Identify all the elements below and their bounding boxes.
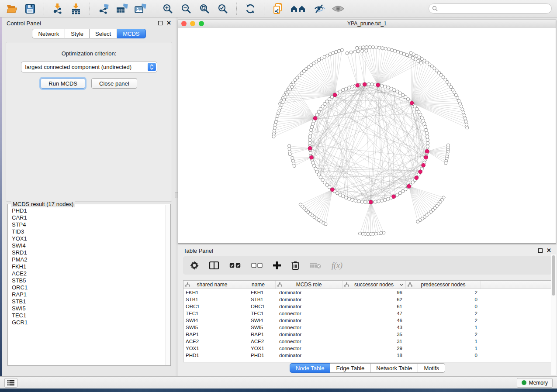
graph-leaf-node[interactable] (335, 50, 338, 53)
copy-network-icon[interactable] (271, 3, 284, 15)
graph-hub-node[interactable] (415, 176, 419, 180)
table-cell[interactable]: ORC1 (183, 304, 241, 309)
graph-leaf-node[interactable] (465, 123, 468, 126)
graph-node[interactable] (351, 85, 354, 88)
column-header-predecessor-nodes[interactable]: predecessor nodes (406, 281, 481, 289)
graph-node[interactable] (308, 138, 311, 142)
graph-node[interactable] (370, 83, 374, 86)
graph-leaf-node[interactable] (274, 123, 277, 126)
graph-node[interactable] (423, 122, 426, 126)
graph-node[interactable] (426, 135, 429, 138)
table-cell[interactable]: 47 (343, 311, 406, 316)
tab-motifs[interactable]: Motifs (418, 363, 445, 373)
graph-leaf-node[interactable] (402, 52, 405, 55)
graph-leaf-node[interactable] (368, 45, 371, 48)
graph-leaf-node[interactable] (459, 102, 462, 105)
graph-node[interactable] (348, 197, 351, 201)
mcds-result-item[interactable]: TEC1 (12, 312, 170, 319)
tab-select[interactable]: Select (90, 29, 117, 38)
graph-node[interactable] (345, 87, 348, 90)
table-cell[interactable]: 96 (343, 290, 406, 295)
tab-network[interactable]: Network (32, 29, 65, 38)
graph-node[interactable] (310, 125, 314, 129)
table-cell[interactable]: dominator (276, 332, 343, 337)
import-network-icon[interactable] (51, 3, 64, 15)
table-cell[interactable]: connector (276, 346, 343, 351)
table-cell[interactable]: SWI4 (183, 318, 241, 323)
table-cell[interactable]: connector (276, 311, 343, 316)
mcds-result-item[interactable]: STP4 (12, 221, 170, 228)
graph-leaf-node[interactable] (397, 50, 400, 53)
graph-leaf-node[interactable] (337, 49, 340, 52)
table-cell[interactable]: 31 (343, 339, 406, 344)
graph-node[interactable] (426, 145, 429, 148)
close-panel-icon[interactable]: ✕ (166, 21, 171, 25)
graph-node[interactable] (309, 132, 312, 135)
graph-hub-node[interactable] (331, 188, 335, 192)
mcds-result-item[interactable]: ACE2 (12, 270, 170, 277)
table-row[interactable]: ORC1ORC1dominator610 (183, 303, 551, 310)
graph-node[interactable] (425, 132, 429, 135)
graph-hub-node[interactable] (410, 101, 414, 105)
tab-edge-table[interactable]: Edge Table (330, 363, 370, 373)
split-columns-icon[interactable] (209, 261, 219, 269)
graph-hub-node[interactable] (310, 155, 314, 159)
column-header-successor-nodes[interactable]: successor nodes (343, 281, 406, 289)
table-cell[interactable]: 1 (406, 339, 481, 344)
table-cell[interactable]: 62 (343, 297, 406, 302)
graph-leaf-node[interactable] (299, 203, 302, 206)
graph-hub-node[interactable] (308, 146, 312, 150)
column-header-MCDS-role[interactable]: MCDS role (276, 281, 343, 289)
graph-leaf-node[interactable] (274, 120, 277, 124)
table-cell[interactable]: 46 (343, 318, 406, 323)
graph-hub-node[interactable] (419, 170, 422, 174)
mcds-result-item[interactable]: SRD1 (12, 249, 170, 256)
graph-leaf-node[interactable] (291, 156, 294, 159)
table-cell[interactable]: STB1 (241, 297, 276, 302)
graph-leaf-node[interactable] (359, 46, 362, 49)
toolbar-search[interactable] (429, 3, 552, 14)
graph-leaf-node[interactable] (332, 52, 335, 55)
graph-node[interactable] (357, 199, 361, 203)
mcds-result-item[interactable]: SWI4 (12, 242, 170, 249)
table-cell[interactable]: dominator (276, 297, 343, 302)
graph-node[interactable] (424, 125, 427, 129)
close-panel-icon[interactable]: ✕ (547, 248, 551, 253)
table-cell[interactable]: 29 (343, 346, 406, 351)
table-row[interactable]: ACE2ACE2connector311 (183, 338, 551, 345)
table-row[interactable]: SWI5SWI5connector431 (183, 324, 551, 331)
graph-leaf-node[interactable] (464, 120, 467, 123)
mcds-result-item[interactable]: PHD1 (12, 207, 170, 214)
run-mcds-button[interactable]: Run MCDS (41, 78, 85, 89)
tab-style[interactable]: Style (65, 29, 90, 38)
graph-node[interactable] (312, 164, 316, 168)
graph-node[interactable] (364, 200, 367, 204)
graph-leaf-node[interactable] (387, 48, 390, 51)
graph-node[interactable] (354, 199, 357, 203)
mcds-result-item[interactable]: PMA2 (12, 256, 170, 263)
table-cell[interactable]: 0 (406, 297, 481, 302)
zoom-selected-icon[interactable] (216, 3, 229, 15)
mcds-result-item[interactable]: FKH1 (12, 263, 170, 270)
table-cell[interactable]: 18 (343, 353, 406, 358)
delete-column-icon[interactable] (291, 261, 299, 270)
graph-leaf-node[interactable] (419, 61, 422, 64)
save-icon[interactable] (24, 3, 37, 15)
graph-hub-node[interactable] (422, 163, 426, 167)
mcds-result-item[interactable]: CAR1 (12, 214, 170, 221)
table-cell[interactable]: TEC1 (241, 311, 276, 316)
table-cell[interactable]: 1 (406, 325, 481, 330)
graph-leaf-node[interactable] (358, 232, 361, 235)
graph-leaf-node[interactable] (371, 46, 374, 49)
export-table-icon[interactable] (115, 3, 128, 15)
table-cell[interactable]: dominator (276, 318, 343, 323)
graph-leaf-node[interactable] (273, 129, 276, 132)
tab-node-table[interactable]: Node Table (290, 363, 331, 373)
table-cell[interactable]: PHD1 (183, 353, 241, 358)
show-all-icon[interactable] (332, 3, 345, 15)
table-scrollbar[interactable] (551, 254, 556, 375)
table-row[interactable]: PHD1PHD1dominator180 (183, 352, 551, 359)
network-window-titlebar[interactable]: YPA_prune.txt_1 (178, 20, 556, 28)
table-scrollbar-thumb[interactable] (552, 255, 555, 296)
window-zoom-icon[interactable] (199, 21, 204, 26)
